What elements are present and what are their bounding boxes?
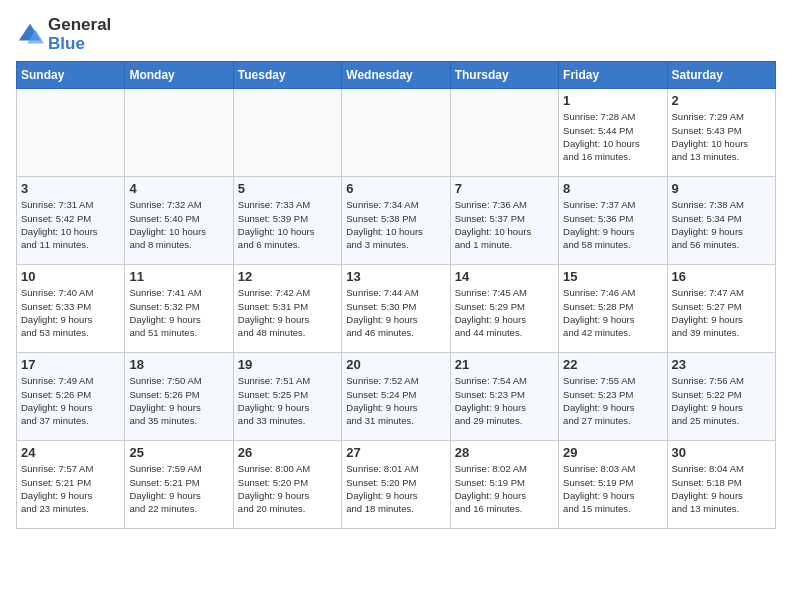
calendar-cell bbox=[17, 89, 125, 177]
calendar-cell: 7Sunrise: 7:36 AM Sunset: 5:37 PM Daylig… bbox=[450, 177, 558, 265]
day-info: Sunrise: 7:29 AM Sunset: 5:43 PM Dayligh… bbox=[672, 110, 771, 163]
day-info: Sunrise: 7:47 AM Sunset: 5:27 PM Dayligh… bbox=[672, 286, 771, 339]
day-number: 11 bbox=[129, 269, 228, 284]
weekday-header-sunday: Sunday bbox=[17, 62, 125, 89]
logo-icon bbox=[16, 21, 44, 49]
calendar-cell: 19Sunrise: 7:51 AM Sunset: 5:25 PM Dayli… bbox=[233, 353, 341, 441]
day-info: Sunrise: 8:00 AM Sunset: 5:20 PM Dayligh… bbox=[238, 462, 337, 515]
weekday-header-row: SundayMondayTuesdayWednesdayThursdayFrid… bbox=[17, 62, 776, 89]
day-info: Sunrise: 7:38 AM Sunset: 5:34 PM Dayligh… bbox=[672, 198, 771, 251]
day-number: 9 bbox=[672, 181, 771, 196]
day-number: 17 bbox=[21, 357, 120, 372]
day-number: 7 bbox=[455, 181, 554, 196]
calendar-cell: 8Sunrise: 7:37 AM Sunset: 5:36 PM Daylig… bbox=[559, 177, 667, 265]
calendar-cell: 22Sunrise: 7:55 AM Sunset: 5:23 PM Dayli… bbox=[559, 353, 667, 441]
calendar-cell: 16Sunrise: 7:47 AM Sunset: 5:27 PM Dayli… bbox=[667, 265, 775, 353]
day-info: Sunrise: 8:03 AM Sunset: 5:19 PM Dayligh… bbox=[563, 462, 662, 515]
calendar-week-row: 3Sunrise: 7:31 AM Sunset: 5:42 PM Daylig… bbox=[17, 177, 776, 265]
calendar-cell: 25Sunrise: 7:59 AM Sunset: 5:21 PM Dayli… bbox=[125, 441, 233, 529]
calendar-cell bbox=[125, 89, 233, 177]
day-info: Sunrise: 7:55 AM Sunset: 5:23 PM Dayligh… bbox=[563, 374, 662, 427]
calendar-cell: 20Sunrise: 7:52 AM Sunset: 5:24 PM Dayli… bbox=[342, 353, 450, 441]
day-info: Sunrise: 7:45 AM Sunset: 5:29 PM Dayligh… bbox=[455, 286, 554, 339]
day-info: Sunrise: 7:59 AM Sunset: 5:21 PM Dayligh… bbox=[129, 462, 228, 515]
calendar-cell: 11Sunrise: 7:41 AM Sunset: 5:32 PM Dayli… bbox=[125, 265, 233, 353]
weekday-header-thursday: Thursday bbox=[450, 62, 558, 89]
day-info: Sunrise: 7:42 AM Sunset: 5:31 PM Dayligh… bbox=[238, 286, 337, 339]
day-number: 10 bbox=[21, 269, 120, 284]
day-number: 13 bbox=[346, 269, 445, 284]
day-info: Sunrise: 7:52 AM Sunset: 5:24 PM Dayligh… bbox=[346, 374, 445, 427]
day-info: Sunrise: 7:54 AM Sunset: 5:23 PM Dayligh… bbox=[455, 374, 554, 427]
day-number: 1 bbox=[563, 93, 662, 108]
calendar-cell: 14Sunrise: 7:45 AM Sunset: 5:29 PM Dayli… bbox=[450, 265, 558, 353]
weekday-header-friday: Friday bbox=[559, 62, 667, 89]
day-number: 24 bbox=[21, 445, 120, 460]
day-info: Sunrise: 7:37 AM Sunset: 5:36 PM Dayligh… bbox=[563, 198, 662, 251]
calendar-cell bbox=[342, 89, 450, 177]
day-number: 21 bbox=[455, 357, 554, 372]
day-number: 20 bbox=[346, 357, 445, 372]
day-info: Sunrise: 7:49 AM Sunset: 5:26 PM Dayligh… bbox=[21, 374, 120, 427]
calendar-cell: 10Sunrise: 7:40 AM Sunset: 5:33 PM Dayli… bbox=[17, 265, 125, 353]
weekday-header-saturday: Saturday bbox=[667, 62, 775, 89]
day-number: 27 bbox=[346, 445, 445, 460]
logo-text: General Blue bbox=[48, 16, 111, 53]
calendar-cell: 3Sunrise: 7:31 AM Sunset: 5:42 PM Daylig… bbox=[17, 177, 125, 265]
calendar-cell: 29Sunrise: 8:03 AM Sunset: 5:19 PM Dayli… bbox=[559, 441, 667, 529]
day-number: 3 bbox=[21, 181, 120, 196]
day-info: Sunrise: 7:28 AM Sunset: 5:44 PM Dayligh… bbox=[563, 110, 662, 163]
day-info: Sunrise: 7:51 AM Sunset: 5:25 PM Dayligh… bbox=[238, 374, 337, 427]
calendar-cell: 12Sunrise: 7:42 AM Sunset: 5:31 PM Dayli… bbox=[233, 265, 341, 353]
calendar-week-row: 17Sunrise: 7:49 AM Sunset: 5:26 PM Dayli… bbox=[17, 353, 776, 441]
calendar-cell: 28Sunrise: 8:02 AM Sunset: 5:19 PM Dayli… bbox=[450, 441, 558, 529]
calendar-cell: 24Sunrise: 7:57 AM Sunset: 5:21 PM Dayli… bbox=[17, 441, 125, 529]
day-number: 29 bbox=[563, 445, 662, 460]
day-number: 30 bbox=[672, 445, 771, 460]
calendar-cell: 2Sunrise: 7:29 AM Sunset: 5:43 PM Daylig… bbox=[667, 89, 775, 177]
calendar-cell: 21Sunrise: 7:54 AM Sunset: 5:23 PM Dayli… bbox=[450, 353, 558, 441]
day-number: 22 bbox=[563, 357, 662, 372]
day-info: Sunrise: 7:40 AM Sunset: 5:33 PM Dayligh… bbox=[21, 286, 120, 339]
day-info: Sunrise: 7:34 AM Sunset: 5:38 PM Dayligh… bbox=[346, 198, 445, 251]
day-number: 26 bbox=[238, 445, 337, 460]
calendar-cell bbox=[233, 89, 341, 177]
day-number: 4 bbox=[129, 181, 228, 196]
weekday-header-monday: Monday bbox=[125, 62, 233, 89]
calendar-week-row: 10Sunrise: 7:40 AM Sunset: 5:33 PM Dayli… bbox=[17, 265, 776, 353]
day-info: Sunrise: 7:41 AM Sunset: 5:32 PM Dayligh… bbox=[129, 286, 228, 339]
day-info: Sunrise: 7:46 AM Sunset: 5:28 PM Dayligh… bbox=[563, 286, 662, 339]
page-container: General Blue SundayMondayTuesdayWednesda… bbox=[16, 16, 776, 529]
calendar-week-row: 1Sunrise: 7:28 AM Sunset: 5:44 PM Daylig… bbox=[17, 89, 776, 177]
calendar-cell: 30Sunrise: 8:04 AM Sunset: 5:18 PM Dayli… bbox=[667, 441, 775, 529]
calendar-cell: 9Sunrise: 7:38 AM Sunset: 5:34 PM Daylig… bbox=[667, 177, 775, 265]
calendar-cell: 6Sunrise: 7:34 AM Sunset: 5:38 PM Daylig… bbox=[342, 177, 450, 265]
calendar-cell: 13Sunrise: 7:44 AM Sunset: 5:30 PM Dayli… bbox=[342, 265, 450, 353]
calendar-cell: 27Sunrise: 8:01 AM Sunset: 5:20 PM Dayli… bbox=[342, 441, 450, 529]
day-number: 18 bbox=[129, 357, 228, 372]
weekday-header-wednesday: Wednesday bbox=[342, 62, 450, 89]
calendar-cell: 18Sunrise: 7:50 AM Sunset: 5:26 PM Dayli… bbox=[125, 353, 233, 441]
page-header: General Blue bbox=[16, 16, 776, 53]
calendar-cell: 4Sunrise: 7:32 AM Sunset: 5:40 PM Daylig… bbox=[125, 177, 233, 265]
calendar-cell: 17Sunrise: 7:49 AM Sunset: 5:26 PM Dayli… bbox=[17, 353, 125, 441]
calendar-cell: 15Sunrise: 7:46 AM Sunset: 5:28 PM Dayli… bbox=[559, 265, 667, 353]
day-info: Sunrise: 7:44 AM Sunset: 5:30 PM Dayligh… bbox=[346, 286, 445, 339]
day-info: Sunrise: 7:32 AM Sunset: 5:40 PM Dayligh… bbox=[129, 198, 228, 251]
calendar-table: SundayMondayTuesdayWednesdayThursdayFrid… bbox=[16, 61, 776, 529]
calendar-cell bbox=[450, 89, 558, 177]
day-info: Sunrise: 8:04 AM Sunset: 5:18 PM Dayligh… bbox=[672, 462, 771, 515]
day-number: 15 bbox=[563, 269, 662, 284]
day-info: Sunrise: 7:50 AM Sunset: 5:26 PM Dayligh… bbox=[129, 374, 228, 427]
day-info: Sunrise: 7:56 AM Sunset: 5:22 PM Dayligh… bbox=[672, 374, 771, 427]
day-number: 8 bbox=[563, 181, 662, 196]
day-number: 23 bbox=[672, 357, 771, 372]
day-info: Sunrise: 7:33 AM Sunset: 5:39 PM Dayligh… bbox=[238, 198, 337, 251]
calendar-cell: 26Sunrise: 8:00 AM Sunset: 5:20 PM Dayli… bbox=[233, 441, 341, 529]
day-number: 5 bbox=[238, 181, 337, 196]
day-number: 25 bbox=[129, 445, 228, 460]
logo: General Blue bbox=[16, 16, 111, 53]
day-number: 19 bbox=[238, 357, 337, 372]
calendar-cell: 1Sunrise: 7:28 AM Sunset: 5:44 PM Daylig… bbox=[559, 89, 667, 177]
calendar-week-row: 24Sunrise: 7:57 AM Sunset: 5:21 PM Dayli… bbox=[17, 441, 776, 529]
